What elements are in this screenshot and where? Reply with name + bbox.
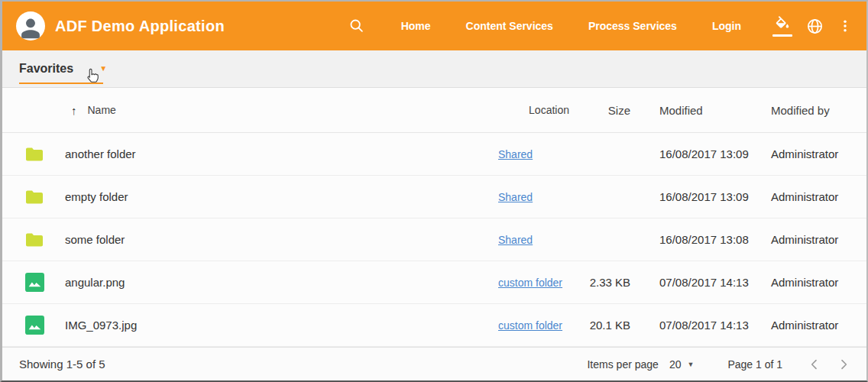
page-status: Page 1 of 1 — [727, 358, 782, 371]
table-row[interactable]: empty folderShared16/08/2017 13:09Admini… — [2, 176, 866, 219]
column-header-modified[interactable]: Modified — [630, 104, 760, 117]
search-button[interactable] — [348, 18, 365, 34]
range-label: Showing 1-5 of 5 — [19, 358, 105, 371]
modified-date: 07/08/2017 14:13 — [630, 319, 760, 332]
paginator: Showing 1-5 of 5 Items per page 20 ▼ Pag… — [2, 347, 866, 380]
folder-icon — [25, 146, 44, 163]
file-name[interactable]: IMG_0973.jpg — [65, 319, 137, 332]
modified-by: Administrator — [760, 276, 866, 289]
page-size-caret-icon: ▼ — [687, 361, 694, 368]
column-header-size[interactable]: Size — [569, 104, 630, 117]
more-vert-icon — [837, 18, 853, 34]
page-size-value: 20 — [669, 358, 682, 371]
location-link[interactable]: custom folder — [498, 277, 562, 289]
location-link[interactable]: Shared — [498, 148, 533, 160]
column-header-modified-by[interactable]: Modified by — [760, 104, 866, 117]
modified-by: Administrator — [760, 233, 866, 246]
location-link[interactable]: Shared — [498, 234, 533, 246]
modified-by: Administrator — [760, 147, 866, 160]
location-link[interactable]: custom folder — [498, 319, 562, 332]
file-name[interactable]: some folder — [65, 233, 125, 246]
table-header-row: ↑ Name Location Size Modified Modified b… — [2, 88, 866, 133]
theme-active-underline — [772, 34, 792, 37]
image-icon — [25, 273, 44, 292]
language-button[interactable] — [806, 18, 824, 35]
file-name[interactable]: angular.png — [65, 276, 125, 289]
table-row[interactable]: another folderShared16/08/2017 13:09Admi… — [2, 133, 866, 176]
modified-by: Administrator — [760, 190, 866, 203]
search-icon — [348, 18, 365, 34]
modified-date: 07/08/2017 14:13 — [630, 276, 760, 289]
modified-date: 16/08/2017 13:08 — [630, 233, 760, 246]
previous-page-button[interactable] — [808, 358, 821, 371]
modified-date: 16/08/2017 13:09 — [630, 190, 760, 203]
sort-ascending-icon: ↑ — [71, 104, 77, 117]
file-size: 20.1 KB — [569, 319, 630, 332]
file-type-icon — [25, 189, 44, 206]
nav-item-content-services[interactable]: Content Services — [466, 14, 553, 38]
file-type-icon — [25, 231, 44, 248]
more-menu-button[interactable] — [837, 18, 853, 34]
page-size-select[interactable]: 20 ▼ — [669, 358, 695, 371]
paginator-controls: Items per page 20 ▼ Page 1 of 1 — [587, 358, 850, 371]
table-row[interactable]: angular.pngcustom folder2.33 KB07/08/201… — [2, 261, 866, 304]
folder-icon — [25, 189, 44, 206]
modified-date: 16/08/2017 13:09 — [630, 147, 760, 160]
main-nav: Home Content Services Process Services L… — [384, 14, 759, 38]
table-body: another folderShared16/08/2017 13:09Admi… — [2, 133, 866, 347]
user-avatar — [16, 11, 45, 40]
modified-by: Administrator — [760, 319, 866, 332]
page-nav — [808, 358, 850, 371]
column-header-name[interactable]: Name — [88, 104, 116, 116]
file-type-icon — [25, 146, 44, 163]
person-icon — [18, 15, 44, 40]
location-link[interactable]: Shared — [498, 191, 533, 203]
table-row[interactable]: some folderShared16/08/2017 13:08Adminis… — [2, 219, 866, 261]
folder-icon — [25, 231, 44, 248]
nav-item-home[interactable]: Home — [401, 14, 431, 38]
file-type-icon — [25, 316, 44, 335]
nav-item-process-services[interactable]: Process Services — [588, 14, 677, 38]
file-name[interactable]: empty folder — [65, 190, 128, 203]
header-cell-name[interactable]: ↑ Name — [65, 104, 493, 117]
file-size: 2.33 KB — [569, 276, 630, 289]
nav-item-login[interactable]: Login — [712, 14, 741, 38]
globe-icon — [806, 18, 824, 35]
theme-picker-button[interactable] — [772, 16, 792, 37]
file-name[interactable]: another folder — [65, 147, 136, 160]
next-page-button[interactable] — [837, 358, 850, 371]
table-row[interactable]: IMG_0973.jpgcustom folder20.1 KB07/08/20… — [2, 304, 866, 347]
color-fill-icon — [774, 16, 791, 33]
items-per-page-label: Items per page — [587, 358, 658, 371]
page-title: Favorites — [19, 62, 73, 76]
active-tab-underline — [19, 83, 103, 84]
document-list: ↑ Name Location Size Modified Modified b… — [2, 88, 866, 347]
app-title: ADF Demo Application — [55, 18, 225, 35]
chevron-right-icon — [837, 358, 850, 371]
favorites-dropdown[interactable]: Favorites ▼ — [19, 62, 107, 76]
section-bar: Favorites ▼ — [2, 50, 866, 88]
header-icon-group — [772, 16, 853, 37]
file-type-icon — [25, 273, 44, 292]
chevron-down-icon[interactable]: ▼ — [99, 65, 107, 73]
app-header: ADF Demo Application Home Content Servic… — [2, 2, 866, 50]
chevron-left-icon — [808, 358, 821, 371]
app-window: ADF Demo Application Home Content Servic… — [0, 0, 868, 382]
image-icon — [25, 316, 44, 335]
column-header-location[interactable]: Location — [493, 104, 569, 116]
